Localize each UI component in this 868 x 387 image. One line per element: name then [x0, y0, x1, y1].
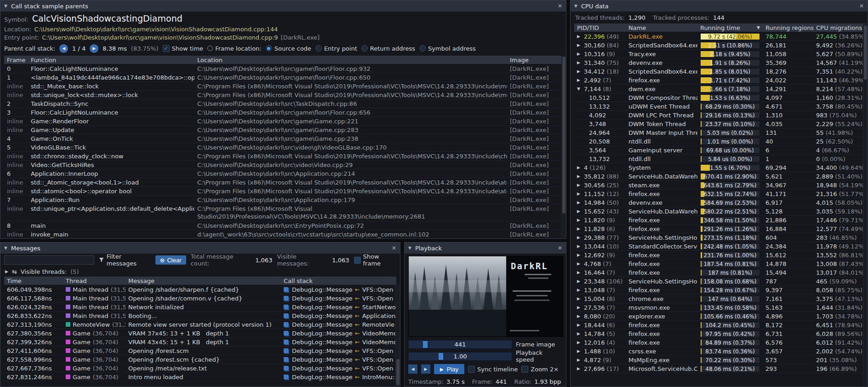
cpu-row[interactable]: 13,132uDWM Event Thread68.29 ms (0.30%)4…	[574, 102, 866, 111]
callstack-panel-titlebar[interactable]: ▼ Call stack sample parents ✕	[0, 0, 566, 12]
column-header-function[interactable]: Function	[28, 56, 194, 64]
cpu-row[interactable]: ▶11,820(9)firefox.exe346.58 ms (1.50%)21…	[574, 216, 866, 225]
callstack-row[interactable]: 4Game::OnTickC:\Users\wolf\Desktop\darkr…	[4, 134, 562, 143]
cpu-row[interactable]: ▶4,872(9)MsMpEng.exe70.22 ms (0.30%)5732…	[574, 356, 866, 364]
close-icon[interactable]: ✕	[558, 245, 562, 251]
column-header-location[interactable]: Location	[194, 56, 507, 64]
cpu-panel-titlebar[interactable]: ▼ CPU data ✕	[571, 0, 868, 12]
cpu-row[interactable]: 13,732ntdll.dll5.84 us (0.00%)10 (0.00%)	[574, 155, 866, 163]
collapse-icon[interactable]: ▼	[4, 246, 7, 250]
column-header-image[interactable]: Image	[507, 56, 558, 64]
messages-panel-titlebar[interactable]: ▼ Messages ✕	[0, 243, 400, 254]
expand-row-icon[interactable]: ▶	[577, 321, 582, 329]
callstack-row[interactable]: inlinestd::unique_ptr<Application,std::d…	[4, 204, 562, 221]
cpu-row[interactable]: ▶27,696(17)Microsoft.ServiceHub.Co48.06 …	[574, 364, 866, 373]
clear-button[interactable]: ⊗ Clear	[155, 255, 186, 265]
collapse-icon[interactable]: ▼	[4, 4, 7, 8]
radio-entry-point[interactable]	[315, 45, 322, 52]
callstack-row[interactable]: inlineinvoke_maind:\agent\_work\63\s\src…	[4, 230, 562, 238]
expand-row-icon[interactable]: ▶	[577, 225, 582, 233]
expand-row-icon[interactable]: ▶	[577, 198, 582, 207]
cpu-row[interactable]: ▶8,080(20)explorer.exe105.66 ms (0.46%)4…	[574, 312, 866, 321]
column-header-thread[interactable]: Thread	[63, 277, 126, 285]
message-row[interactable]: 606,117,568nsMain thread(31,596)Opening …	[4, 294, 396, 303]
radio-return-address[interactable]	[361, 45, 368, 52]
callstack-cell[interactable]: DebugLog::Message←VFS::Open	[281, 364, 396, 372]
cpu-row[interactable]: ▶22,396(49)DarkRL.exe9.72 s (42.06%)78,7…	[574, 32, 866, 41]
cpu-row[interactable]: 20,508ntdll.dll1.01 ms (0.00%)4025 (62.5…	[574, 137, 866, 146]
expand-row-icon[interactable]: ▶	[577, 364, 582, 373]
scrollbar-thumb[interactable]	[396, 359, 400, 385]
cpu-row[interactable]: ▶13,044(10)StandardCollector.Servic242.4…	[574, 242, 866, 251]
callstack-row[interactable]: inlinestd::atomic<bool>::operator boolC:…	[4, 187, 562, 196]
message-filter-input[interactable]	[4, 255, 94, 265]
radio-source-code[interactable]	[266, 45, 272, 52]
collapse-row-icon[interactable]: ▼	[577, 85, 582, 93]
callstack-row[interactable]: inlinestd::_Atomic_storage<bool,1>::load…	[4, 178, 562, 187]
cpu-row[interactable]: ▶30,160(84)ScriptedSandbox64.exe2.51 s (…	[574, 41, 866, 50]
cpu-row[interactable]: ▶30,456(25)steam.exe643.61 ms (2.79%)34,…	[574, 181, 866, 190]
messages-scrollbar[interactable]	[395, 285, 400, 386]
message-row[interactable]: 627,558,996nsGame(36,704)Opening /forest…	[4, 355, 396, 364]
cpu-row[interactable]: ▶23,348(106)ServiceHub.SettingsHost158.0…	[574, 277, 866, 286]
previous-frame-button[interactable]: ◀	[408, 364, 417, 374]
expand-row-icon[interactable]: ▶	[577, 312, 582, 320]
cpu-row[interactable]: ▶34,412(18)ScriptedSandbox64.exe1.85 s (…	[574, 67, 866, 76]
visible-threads-expand-icon[interactable]: ▶	[5, 269, 8, 274]
callstack-cell[interactable]: DebugLog::Message←Application:	[281, 312, 396, 320]
play-button[interactable]: ▶ Play	[434, 364, 464, 374]
message-row[interactable]: 627,399,326nsGame(36,704)VRAM 43x45: 15 …	[4, 338, 396, 347]
callstack-row[interactable]: 2TaskDispatch::SyncC:\Users\wolf\Desktop…	[4, 99, 562, 108]
callstack-row[interactable]: inlinestd::_Mutex_base::lockC:\Program F…	[4, 82, 562, 91]
message-row[interactable]: 606,049,398nsMain thread(31,596)Opening …	[4, 285, 396, 294]
playback-frame-image[interactable]: DarkRL	[408, 256, 563, 337]
cpu-row[interactable]: 3,564GameInput server69.68 us (0.00%)64 …	[574, 146, 866, 155]
cpu-row[interactable]: ▶11,828(6)firefox.exe291.26 ms (1.26%)16…	[574, 225, 866, 233]
show-frame-checkbox[interactable]	[354, 257, 361, 264]
callstack-row[interactable]: inlinestd::unique_lock<std::mutex>::lock…	[4, 91, 562, 99]
column-header-frame[interactable]: Frame	[4, 56, 28, 64]
callstack-row[interactable]: 8mainC:\Users\wolf\Desktop\darkrl\src\En…	[4, 221, 562, 230]
scrollbar-thumb[interactable]	[864, 25, 867, 80]
cpu-table-header[interactable]: PID/TID Name Running time ▼ Running regi…	[574, 23, 866, 32]
callstack-row[interactable]: 6Application::InnerLoopC:\Users\wolf\Des…	[4, 169, 562, 178]
callstack-row[interactable]: inlineGame::RenderFloorC:\Users\wolf\Des…	[4, 117, 562, 126]
next-frame-button[interactable]: ▶	[421, 364, 430, 374]
callstack-row[interactable]: inlineVideo::GetTicksHiResC:\Users\wolf\…	[4, 161, 562, 169]
callstack-cell[interactable]: DebugLog::Message←StartNetwo	[281, 303, 396, 311]
message-row[interactable]: 626,833,622nsMain thread(31,596)Booting.…	[4, 312, 396, 320]
cpu-row[interactable]: ▶2,492(7)firefox.exe1.71 s (7.42%)24,022…	[574, 76, 866, 85]
callstack-cell[interactable]: DebugLog::Message←IntroMenu::	[281, 373, 396, 381]
expand-row-icon[interactable]: ▶	[577, 181, 582, 189]
scrollbar-thumb[interactable]	[562, 57, 565, 214]
expand-row-icon[interactable]: ▶	[577, 286, 582, 294]
cpu-row[interactable]: ▶12,692(9)firefox.exe231.76 ms (1.00%)15…	[574, 251, 866, 260]
cpu-row[interactable]: 10,512DWM Compositor Thread1.53 s (6.63%…	[574, 93, 866, 102]
cpu-row[interactable]: ▼7,144(8)dwm.exe1.66 s (7.18%)14,2918,21…	[574, 85, 866, 93]
expand-row-icon[interactable]: ▶	[577, 303, 582, 312]
cpu-row[interactable]: ▶11,152(12)firefox.exe632.15 ms (2.74%)4…	[574, 190, 866, 198]
cpu-row[interactable]: ▶4(126)System1.55 s (6.70%)69,29434,400 …	[574, 163, 866, 172]
callstack-row[interactable]: 3Floor::CalcLightNoLuminanceC:\Users\wol…	[4, 108, 562, 117]
prev-callstack-button[interactable]: ◀	[59, 44, 68, 53]
radio-symbol-address[interactable]	[419, 45, 426, 52]
zoom-2x-checkbox[interactable]	[521, 366, 528, 373]
expand-row-icon[interactable]: ▶	[577, 233, 582, 242]
column-header-time[interactable]: Time	[4, 277, 63, 285]
cpu-row[interactable]: 3,748DWM Token Thread23.37 ms (0.10%)4,0…	[574, 120, 866, 128]
callstack-cell[interactable]: DebugLog::Message←VFS::Open	[281, 285, 396, 294]
cpu-row[interactable]: 4,092DWM LPC Port Thread29.16 ms (0.13%)…	[574, 111, 866, 120]
filter-messages-button[interactable]: Filter messages	[99, 253, 151, 267]
collapse-icon[interactable]: ▼	[408, 246, 411, 250]
playback-speed-slider[interactable]: 1.00	[408, 352, 512, 361]
callstack-table-header[interactable]: Frame Function Location Image	[4, 56, 562, 64]
messages-table-header[interactable]: Time Thread Message Call stack	[4, 277, 396, 285]
callstack-cell[interactable]: DebugLog::Message←VideoMemo	[281, 338, 396, 346]
cpu-row[interactable]: ▶1,488(10)csrss.exe83.74 ms (0.36%)3,657…	[574, 347, 866, 356]
expand-row-icon[interactable]: ▶	[577, 251, 582, 259]
expand-row-icon[interactable]: ▶	[577, 268, 582, 277]
frame-image-slider[interactable]: 441	[408, 340, 512, 349]
message-row[interactable]: 626,024,328nsMain thread(31,596)Network …	[4, 303, 396, 312]
sort-descending-icon[interactable]: ▼	[757, 23, 760, 32]
expand-row-icon[interactable]: ▶	[577, 242, 582, 250]
